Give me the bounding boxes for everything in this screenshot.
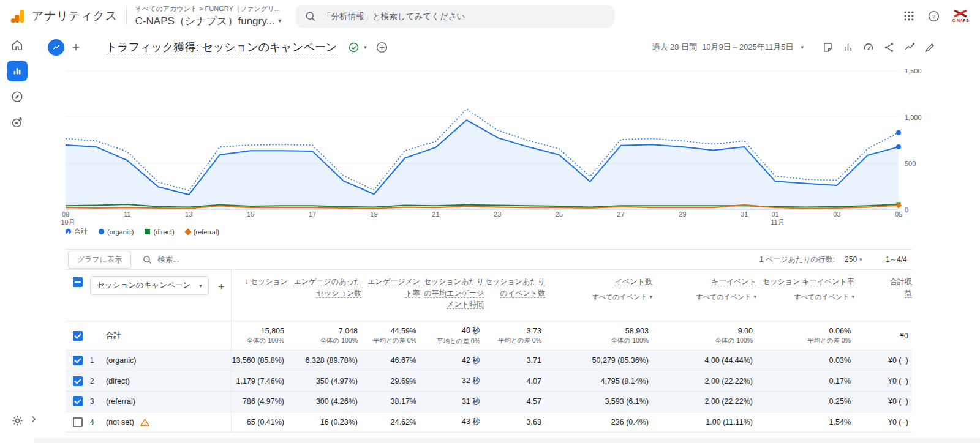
x-axis-label: 09 — [62, 210, 69, 218]
row-number: 1 — [90, 351, 106, 371]
event-scope-dropdown[interactable]: すべてのイベント▾ — [696, 292, 756, 302]
metric-cell: 300 (4.26%) — [288, 392, 361, 412]
legend-item[interactable]: 合計 — [66, 227, 88, 236]
totals-row: 合計15,805全体の 100%7,048全体の 100%44.59%平均との差… — [66, 321, 912, 351]
horizontal-scrollbar[interactable] — [0, 438, 980, 443]
rows-per-page-select[interactable]: 250 ▾ — [845, 255, 862, 264]
table-row-organic[interactable]: 1(organic)13,560 (85.8%)6,328 (89.78%)46… — [66, 351, 912, 371]
table-row-notset[interactable]: 4(not set)65 (0.41%)16 (0.23%)24.62%43 秒… — [66, 412, 912, 433]
add-comparison-icon[interactable] — [70, 42, 81, 53]
row-dimension-value: (organic) — [106, 356, 136, 365]
table-row-referral[interactable]: 3(referral)786 (4.97%)300 (4.26%)38.17%3… — [66, 392, 912, 412]
dimension-label: セッションのキャンペーン — [97, 280, 190, 291]
chevron-down-icon: ▾ — [199, 283, 202, 289]
sidebar-item-reports[interactable] — [0, 59, 34, 83]
column-header-session-key-event-rate[interactable]: セッション キーイベント率すべてのイベント▾ — [756, 270, 854, 321]
totals-cell: 44.59%平均との差 0% — [361, 321, 420, 350]
totals-cell: 9.00全体の 100% — [652, 321, 756, 350]
compare-chart-icon[interactable] — [842, 42, 854, 53]
legend-label: (organic) — [107, 228, 134, 236]
metric-cell: 2.00 (22.22%) — [652, 392, 756, 412]
row-checkbox[interactable] — [73, 376, 83, 386]
metric-cell: 1.54% — [756, 412, 854, 433]
legend-marker-diamond — [184, 228, 191, 235]
column-header-events-per-session[interactable]: セッションあたりのイベント数 — [484, 270, 545, 321]
select-all-checkbox[interactable] — [73, 277, 83, 287]
series-end-marker — [896, 130, 901, 135]
show-on-chart-button[interactable]: グラフに表示 — [68, 251, 131, 269]
share-icon[interactable] — [883, 42, 895, 53]
apps-grid-icon[interactable] — [903, 10, 915, 22]
chart-legend: 合計(organic)(direct)(referral) — [66, 227, 219, 236]
search-bar[interactable] — [296, 5, 614, 28]
legend-item[interactable]: (referral) — [186, 228, 219, 236]
table-search[interactable] — [142, 255, 748, 265]
y-axis-label: 1,000 — [905, 114, 922, 121]
row-checkbox[interactable] — [73, 396, 83, 406]
metric-cell: 4.57 — [484, 392, 545, 412]
report-actions: 過去 28 日間 10月9日～2025年11月5日 ▾ — [652, 41, 936, 53]
row-checkbox[interactable] — [73, 331, 83, 341]
breadcrumb[interactable]: すべてのアカウント > FUNGRY（ファングリ... — [135, 4, 283, 13]
report-saved-state[interactable]: ▾ — [348, 42, 367, 53]
edit-pencil-icon[interactable] — [924, 42, 936, 53]
column-header-total-revenue[interactable]: 合計収益 — [854, 270, 912, 321]
column-header-engaged-sessions[interactable]: エンゲージのあったセッション数 — [288, 270, 361, 321]
totals-cell: 40 秒平均との差 0% — [420, 321, 484, 350]
legend-label: (referral) — [194, 228, 219, 236]
analytics-logo[interactable] — [10, 8, 26, 24]
search-input[interactable] — [323, 12, 606, 21]
series-end-marker — [896, 144, 901, 149]
column-header-engagement-rate[interactable]: エンゲージメント率 — [361, 270, 420, 321]
series-end-marker — [897, 202, 901, 206]
legend-item[interactable]: (organic) — [99, 228, 134, 236]
metric-cell: 1,179 (7.46%) — [232, 371, 288, 392]
sidebar-item-advertising[interactable] — [0, 110, 34, 135]
metric-cell: 13,560 (85.8%) — [232, 351, 288, 371]
dimension-selector[interactable]: セッションのキャンペーン ▾ — [90, 276, 209, 295]
property-selector[interactable]: C-NAPS（シナプス）fungry... ▼ — [135, 14, 283, 28]
metric-cell: 16 (0.23%) — [288, 412, 361, 433]
y-axis-label: 500 — [905, 160, 916, 167]
add-dimension-button[interactable]: ＋ — [216, 279, 227, 293]
cnaps-logo[interactable]: C-NAPS — [952, 9, 969, 23]
table-row-direct[interactable]: 2(direct)1,179 (7.46%)350 (4.97%)29.69%3… — [66, 371, 912, 392]
expand-nav-icon[interactable] — [28, 414, 39, 438]
metric-cell: ¥0 (−) — [854, 371, 912, 392]
x-axis-label: 29 — [679, 210, 686, 218]
date-range-picker[interactable]: 過去 28 日間 10月9日～2025年11月5日 ▾ — [652, 42, 804, 53]
sidebar-item-explore[interactable] — [0, 84, 34, 109]
x-axis-label: 11 — [124, 210, 130, 218]
gauge-icon[interactable] — [862, 41, 875, 53]
metric-cell: 4.07 — [484, 371, 545, 392]
row-dimension-value: (not set) — [106, 418, 134, 426]
x-axis-sublabel: 10月 — [61, 218, 75, 226]
x-axis-label: 19 — [371, 210, 378, 218]
x-axis-label: 03 — [833, 210, 840, 218]
sidebar-item-home[interactable] — [0, 33, 34, 58]
row-number: 3 — [90, 392, 106, 412]
series-end-marker — [895, 202, 902, 208]
event-scope-dropdown[interactable]: すべてのイベント▾ — [592, 292, 652, 302]
series-line — [66, 109, 899, 190]
chevron-down-icon: ▾ — [364, 44, 367, 50]
column-header-event-count[interactable]: イベント数すべてのイベント▾ — [545, 270, 652, 321]
add-icon[interactable] — [375, 41, 388, 54]
help-icon[interactable]: ? — [927, 10, 940, 23]
column-header-avg-engagement-time[interactable]: セッションあたりの平均エンゲージメント時間 — [420, 270, 484, 321]
row-checkbox[interactable] — [73, 356, 83, 365]
notes-icon[interactable] — [822, 42, 834, 53]
metric-cell: 2.00 (22.22%) — [652, 371, 756, 392]
legend-item[interactable]: (direct) — [145, 228, 174, 236]
column-header-key-events[interactable]: キーイベントすべてのイベント▾ — [652, 270, 756, 321]
x-axis-label: 13 — [185, 210, 192, 218]
row-checkbox[interactable] — [73, 417, 83, 427]
totals-cell: 7,048全体の 100% — [288, 321, 361, 350]
insights-icon[interactable] — [903, 41, 916, 53]
table-search-input[interactable] — [157, 255, 353, 264]
header-checkbox-cell — [66, 270, 90, 321]
report-collection-icon[interactable] — [48, 39, 64, 56]
column-header-sessions[interactable]: ↓セッション — [232, 270, 288, 321]
series-line — [66, 120, 899, 195]
event-scope-dropdown[interactable]: すべてのイベント▾ — [794, 292, 854, 302]
